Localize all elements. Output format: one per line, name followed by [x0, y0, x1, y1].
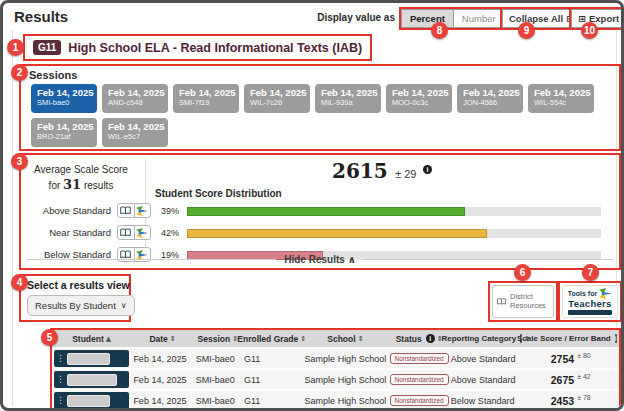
callout-1: 1 [7, 39, 24, 56]
column-header-session[interactable]: Session⇕ [194, 334, 242, 344]
info-icon[interactable]: i [615, 334, 617, 343]
cell-session: SMI-bae0 [194, 375, 242, 385]
annotation-box-tools-for-teachers: Tools for Teachers [558, 281, 622, 322]
standard-resource-buttons [117, 225, 151, 240]
tools-for-teachers-icon[interactable] [134, 204, 151, 217]
table-row: ⋮ Feb 14, 2025 SMI-bae0 G11 Sample High … [52, 368, 619, 389]
cell-school: Sample High School [301, 396, 389, 406]
session-button[interactable]: Feb 14, 2025 AND-c548 [102, 84, 168, 113]
session-code: SMI-7f19 [179, 98, 239, 107]
cell-date: Feb 14, 2025 [131, 396, 193, 406]
cell-error-band: ± 80 [577, 352, 591, 359]
student-name-redacted[interactable]: ⋮ [54, 350, 129, 367]
table-header-row: Student▲ Date⇕ Session⇕ Enrolled Grade⇕ … [52, 330, 619, 347]
cell-error-band: ± 78 [577, 394, 591, 401]
cell-session: SMI-bae0 [194, 354, 242, 364]
avg-label-line1: Average Scale Score [34, 164, 128, 175]
export-csv-label: Export CSV [589, 13, 624, 24]
annotation-box-sessions: Sessions Feb 14, 2025 SMI-bae0 Feb 14, 2… [19, 64, 621, 151]
info-icon[interactable]: i [426, 334, 435, 343]
session-button[interactable]: Feb 14, 2025 SMI-bae0 [31, 84, 97, 113]
book-icon [497, 296, 506, 307]
cell-reporting-category: Above Standard [449, 375, 523, 385]
results-table: Student▲ Date⇕ Session⇕ Enrolled Grade⇕ … [52, 330, 619, 410]
cell-scale-score: 2675 [551, 374, 574, 386]
session-button[interactable]: Feb 14, 2025 WIL-e5c7 [102, 118, 168, 147]
distribution-title: Student Score Distribution [155, 188, 282, 199]
redaction-box [67, 374, 117, 386]
chevron-up-icon: ∧ [348, 254, 356, 265]
session-code: WIL-554c [534, 98, 594, 107]
tools-for-teachers-button[interactable]: Tools for Teachers [562, 285, 618, 318]
avg-label-results: results [84, 180, 113, 191]
cell-error-band: ± 42 [577, 373, 591, 380]
average-score: 2615 ± 29 i [145, 159, 619, 183]
session-date: Feb 14, 2025 [108, 87, 168, 98]
sessions-label: Sessions [29, 69, 611, 81]
grip-icon: ⋮ [56, 354, 65, 363]
number-toggle-button[interactable]: Number [454, 9, 505, 28]
session-button[interactable]: Feb 14, 2025 JON-4586 [457, 84, 523, 113]
student-name-redacted[interactable]: ⋮ [54, 392, 129, 409]
results-view-dropdown[interactable]: Results By Student ∨ [27, 295, 135, 316]
session-button[interactable]: Feb 14, 2025 SMI-7f19 [173, 84, 239, 113]
session-date: Feb 14, 2025 [392, 87, 452, 98]
callout-5: 5 [41, 329, 58, 346]
annotation-box-results-view: Select a results view Results By Student… [19, 274, 131, 322]
session-code: WIL-7c26 [250, 98, 310, 107]
session-button[interactable]: Feb 14, 2025 BRO-21af [31, 118, 97, 147]
hide-results-toggle[interactable]: Hide Results ∧ [27, 254, 613, 265]
table-row: ⋮ Feb 14, 2025 SMI-bae0 G11 Sample High … [52, 347, 619, 368]
book-icon[interactable] [118, 226, 134, 239]
table-row: ⋮ Feb 14, 2025 SMI-bae0 G11 Sample High … [52, 389, 619, 410]
avg-label-for: for [49, 180, 61, 191]
cell-reporting-category: Below Standard [449, 396, 523, 406]
tools-for-teachers-icon[interactable] [134, 226, 151, 239]
standard-label: Above Standard [21, 205, 111, 216]
assessment-title: High School ELA - Read Informational Tex… [68, 41, 362, 55]
grip-icon: ⋮ [56, 396, 65, 405]
annotation-box-assessment: G11 High School ELA - Read Informational… [23, 34, 372, 61]
session-date: Feb 14, 2025 [179, 87, 239, 98]
smarter-balanced-banner [568, 310, 612, 315]
column-header-enrolled-grade[interactable]: Enrolled Grade⇕ [242, 334, 302, 344]
redaction-box [67, 353, 110, 365]
column-header-school[interactable]: School⇕ [301, 334, 389, 344]
session-button[interactable]: Feb 14, 2025 WIL-7c26 [244, 84, 310, 113]
district-resources-button[interactable]: District Resources [492, 285, 554, 318]
cell-date: Feb 14, 2025 [131, 375, 193, 385]
annotation-box-results-table: Student▲ Date⇕ Session⇕ Enrolled Grade⇕ … [50, 328, 621, 411]
callout-8: 8 [431, 22, 448, 39]
column-header-student[interactable]: Student▲ [52, 334, 131, 344]
divider-line [364, 259, 613, 260]
page-left-border [12, 30, 13, 406]
distribution-bar-track [187, 207, 601, 216]
status-badge: Nonstandardized [390, 374, 449, 385]
export-csv-button[interactable]: ⊞ Export CSV [571, 9, 624, 28]
callout-6: 6 [514, 264, 531, 281]
tools-label-line2: Teachers [568, 299, 611, 308]
session-button[interactable]: Feb 14, 2025 MOO-0c3c [386, 84, 452, 113]
callout-9: 9 [518, 22, 535, 39]
distribution-bar-track [187, 229, 601, 238]
column-header-reporting-category[interactable]: Reporting Categoryi⇕ [449, 334, 523, 343]
status-badge: Nonstandardized [390, 353, 449, 364]
session-code: MIL-939a [321, 98, 381, 107]
session-button[interactable]: Feb 14, 2025 MIL-939a [315, 84, 381, 113]
student-name-redacted[interactable]: ⋮ [54, 371, 129, 388]
column-header-status[interactable]: Statusi⇕ [389, 334, 449, 344]
info-icon[interactable]: i [423, 165, 432, 174]
session-date: Feb 14, 2025 [321, 87, 381, 98]
tools-label-line1: Tools for [568, 290, 597, 297]
results-view-selected: Results By Student [35, 300, 116, 311]
column-header-date[interactable]: Date⇕ [131, 334, 193, 344]
column-header-scale-score[interactable]: Scale Score / Error Bandi⇕ [523, 334, 619, 343]
annotation-box-display-toggle: Percent Number [399, 7, 507, 30]
distribution-bar [187, 229, 487, 238]
cell-scale-score: 2453 [551, 395, 574, 407]
chevron-down-icon: ∨ [121, 301, 127, 310]
book-icon[interactable] [118, 204, 134, 217]
grip-icon: ⋮ [56, 375, 65, 384]
callout-4: 4 [11, 274, 28, 291]
session-button[interactable]: Feb 14, 2025 WIL-554c [528, 84, 594, 113]
